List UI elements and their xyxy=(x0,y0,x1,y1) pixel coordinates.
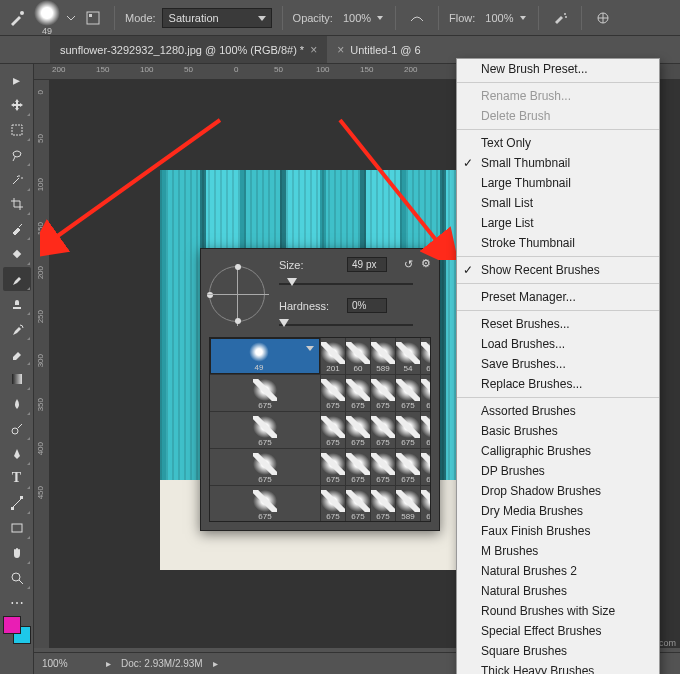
brush-panel-toggle-icon[interactable] xyxy=(82,7,104,29)
pressure-size-icon[interactable] xyxy=(592,7,614,29)
lasso-tool[interactable] xyxy=(3,143,31,167)
brush-thumbnail[interactable]: 675 xyxy=(371,375,395,411)
menu-faux-finish[interactable]: Faux Finish Brushes xyxy=(457,521,659,541)
brush-thumbnail[interactable]: 589 xyxy=(371,338,395,374)
expand-icon[interactable]: ▸ xyxy=(3,68,31,92)
wand-tool[interactable] xyxy=(3,168,31,192)
menu-load[interactable]: Load Brushes... xyxy=(457,334,659,354)
brush-thumbnail[interactable]: 589 xyxy=(396,486,420,522)
menu-natural2[interactable]: Natural Brushes 2 xyxy=(457,561,659,581)
menu-show-recent[interactable]: ✓Show Recent Brushes xyxy=(457,260,659,280)
history-brush-tool[interactable] xyxy=(3,317,31,341)
menu-natural[interactable]: Natural Brushes xyxy=(457,581,659,601)
menu-dp[interactable]: DP Brushes xyxy=(457,461,659,481)
color-swatches[interactable] xyxy=(3,616,31,644)
revert-icon[interactable]: ↺ xyxy=(404,258,413,271)
brush-thumbnail[interactable]: 675 xyxy=(421,338,431,374)
brush-thumbnail[interactable]: 675 xyxy=(346,412,370,448)
path-tool[interactable] xyxy=(3,491,31,515)
brush-thumbnail[interactable]: 675 xyxy=(321,412,345,448)
pen-tool[interactable] xyxy=(3,442,31,466)
hand-tool[interactable] xyxy=(3,541,31,565)
pressure-opacity-icon[interactable] xyxy=(406,7,428,29)
menu-basic[interactable]: Basic Brushes xyxy=(457,421,659,441)
brush-thumbnail[interactable]: 675 xyxy=(396,449,420,485)
chevron-right-icon[interactable]: ▸ xyxy=(213,658,218,669)
brush-thumbnail[interactable]: 201 xyxy=(321,338,345,374)
foreground-color[interactable] xyxy=(3,616,21,634)
zoom-input[interactable]: 100% xyxy=(42,658,96,669)
tab-untitled[interactable]: ×Untitled-1 @ 6 xyxy=(327,36,431,63)
shape-tool[interactable] xyxy=(3,516,31,540)
tab-sunflower[interactable]: sunflower-3292932_1280.jpg @ 100% (RGB/8… xyxy=(50,36,327,63)
gear-icon[interactable]: ⚙ xyxy=(421,257,431,270)
menu-large-thumb[interactable]: Large Thumbnail xyxy=(457,173,659,193)
brush-thumbnail[interactable]: 675 xyxy=(210,375,320,411)
healing-tool[interactable] xyxy=(3,242,31,266)
menu-stroke-thumb[interactable]: Stroke Thumbnail xyxy=(457,233,659,253)
close-icon[interactable]: × xyxy=(337,43,344,57)
brush-thumbnail[interactable]: 675 xyxy=(421,449,431,485)
brush-thumbnail[interactable]: 675 xyxy=(371,449,395,485)
opacity-value[interactable]: 100% xyxy=(339,12,385,24)
menu-text-only[interactable]: Text Only xyxy=(457,133,659,153)
brush-thumbnail[interactable]: 675 xyxy=(321,375,345,411)
menu-dry-media[interactable]: Dry Media Brushes xyxy=(457,501,659,521)
menu-small-thumb[interactable]: ✓Small Thumbnail xyxy=(457,153,659,173)
menu-assorted[interactable]: Assorted Brushes xyxy=(457,401,659,421)
menu-replace[interactable]: Replace Brushes... xyxy=(457,374,659,394)
brush-thumbnail[interactable]: 675 xyxy=(210,412,320,448)
edit-toolbar-icon[interactable]: ⋯ xyxy=(3,591,31,615)
stamp-tool[interactable] xyxy=(3,292,31,316)
brush-thumbnail[interactable]: 675 xyxy=(210,486,320,522)
menu-thick-heavy[interactable]: Thick Heavy Brushes xyxy=(457,661,659,674)
gradient-tool[interactable] xyxy=(3,367,31,391)
size-slider[interactable] xyxy=(279,278,413,290)
menu-calligraphic[interactable]: Calligraphic Brushes xyxy=(457,441,659,461)
brush-thumbnail[interactable]: 675 xyxy=(346,375,370,411)
brush-thumbnail[interactable]: 675 xyxy=(346,449,370,485)
eraser-tool[interactable] xyxy=(3,342,31,366)
menu-preset-mgr[interactable]: Preset Manager... xyxy=(457,287,659,307)
brush-angle-control[interactable] xyxy=(209,266,265,322)
marquee-tool[interactable] xyxy=(3,118,31,142)
zoom-tool[interactable] xyxy=(3,566,31,590)
chevron-down-icon[interactable] xyxy=(66,13,76,23)
crop-tool[interactable] xyxy=(3,193,31,217)
brush-preset-picker[interactable]: 49 xyxy=(34,0,60,36)
brush-thumbnail[interactable]: 675 xyxy=(421,412,431,448)
hardness-slider[interactable] xyxy=(279,319,413,331)
menu-m[interactable]: M Brushes xyxy=(457,541,659,561)
hardness-input[interactable]: 0% xyxy=(347,298,387,313)
menu-reset[interactable]: Reset Brushes... xyxy=(457,314,659,334)
airbrush-icon[interactable] xyxy=(549,7,571,29)
blur-tool[interactable] xyxy=(3,392,31,416)
brush-thumbnail[interactable]: 54 xyxy=(396,338,420,374)
brush-tool[interactable] xyxy=(3,267,31,291)
menu-new-preset[interactable]: New Brush Preset... xyxy=(457,59,659,79)
menu-special[interactable]: Special Effect Brushes xyxy=(457,621,659,641)
brush-thumbnail[interactable]: 675 xyxy=(210,449,320,485)
brush-thumbnail[interactable]: 675 xyxy=(321,449,345,485)
brush-thumbnail[interactable]: 60 xyxy=(346,338,370,374)
dodge-tool[interactable] xyxy=(3,417,31,441)
brush-thumbnail[interactable]: 675 xyxy=(396,412,420,448)
menu-drop-shadow[interactable]: Drop Shadow Brushes xyxy=(457,481,659,501)
close-icon[interactable]: × xyxy=(310,43,317,57)
move-tool[interactable] xyxy=(3,93,31,117)
brush-thumbnail[interactable]: 675 xyxy=(421,486,431,522)
brush-thumbnail[interactable]: 675 xyxy=(321,486,345,522)
menu-square[interactable]: Square Brushes xyxy=(457,641,659,661)
type-tool[interactable]: T xyxy=(3,467,31,491)
brush-thumbnail[interactable]: 49 xyxy=(210,338,320,374)
brush-thumbnail[interactable]: 675 xyxy=(371,486,395,522)
expand-icon[interactable]: ▸ xyxy=(106,658,111,669)
menu-small-list[interactable]: Small List xyxy=(457,193,659,213)
flow-value[interactable]: 100% xyxy=(481,12,527,24)
brush-thumbnail[interactable]: 675 xyxy=(346,486,370,522)
tool-indicator-icon[interactable] xyxy=(6,7,28,29)
brush-thumbnail[interactable]: 675 xyxy=(371,412,395,448)
size-input[interactable]: 49 px xyxy=(347,257,387,272)
brush-thumbnail[interactable]: 675 xyxy=(396,375,420,411)
brush-thumbnail[interactable]: 675 xyxy=(421,375,431,411)
